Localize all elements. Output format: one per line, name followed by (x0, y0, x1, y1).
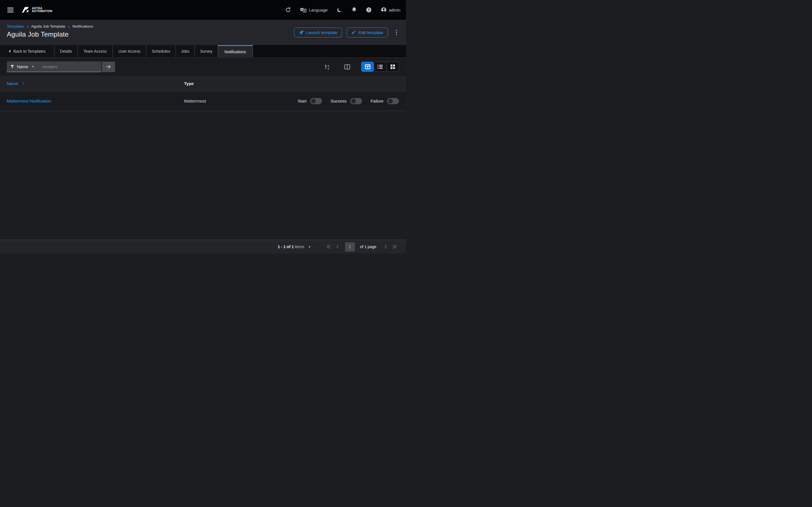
table-row: Mattermost Notification Mattermost Start… (0, 91, 406, 111)
filter-icon (10, 65, 14, 68)
tab-label: Jobs (181, 49, 190, 54)
per-page-dropdown-icon[interactable]: ▾ (309, 245, 310, 249)
success-toggle[interactable] (350, 98, 362, 104)
tab-jobs[interactable]: Jobs (176, 45, 195, 57)
filter-field-dropdown[interactable]: Name ▾ (7, 61, 38, 72)
brand-logo[interactable]: ASTRAAUTOMATION (22, 7, 52, 13)
sort-button[interactable]: A Z (322, 62, 332, 71)
previous-page-button[interactable] (335, 243, 340, 250)
brand-name: ASTRAAUTOMATION (32, 7, 52, 13)
chevron-right-icon: › (27, 24, 29, 28)
breadcrumb-templates[interactable]: Templates (7, 24, 24, 29)
table-header-row: Name ↑ Type (0, 76, 406, 91)
tab-details[interactable]: Details (54, 45, 78, 57)
edit-template-label: Edit template (358, 30, 383, 35)
svg-text:A: A (327, 64, 329, 67)
language-label: Language (309, 8, 327, 12)
tab-label: Team Access (84, 49, 107, 54)
grid-view-icon (390, 64, 395, 69)
view-toggle-group (361, 62, 399, 72)
filter-field-label: Name (17, 64, 28, 69)
toggle-label-start: Start (298, 99, 307, 103)
kebab-menu-icon[interactable] (394, 28, 399, 37)
tab-label: Notifications (224, 50, 246, 54)
svg-text:Z: Z (327, 67, 329, 70)
chevron-right-icon: › (68, 24, 70, 28)
column-header-type: Type (184, 81, 194, 86)
menu-toggle-icon[interactable] (7, 8, 13, 12)
tab-user-access[interactable]: User Access (113, 45, 146, 57)
refresh-button[interactable] (285, 7, 291, 13)
refresh-icon (285, 7, 291, 13)
last-page-button[interactable] (391, 243, 398, 250)
tab-notifications[interactable]: Notifications (218, 45, 253, 58)
tab-team-access[interactable]: Team Access (78, 45, 113, 57)
user-name: admin (389, 8, 400, 12)
caret-down-icon: ▾ (32, 65, 34, 68)
top-bar: ASTRAAUTOMATION A Language (0, 0, 406, 20)
next-page-button[interactable] (383, 243, 389, 250)
breadcrumb-notifications: Notifications (72, 24, 93, 29)
columns-icon (344, 64, 350, 69)
tab-bar: Back to Templates Details Team Access Us… (0, 45, 406, 58)
grid-view-button[interactable] (387, 62, 399, 72)
tab-label: User Access (118, 49, 140, 54)
user-menu[interactable]: admin (381, 7, 400, 13)
page-title: Aguila Job Template (7, 31, 93, 38)
moon-icon (337, 7, 342, 13)
svg-text:?: ? (368, 8, 370, 12)
rocket-icon (299, 30, 304, 35)
content-area (0, 111, 406, 240)
dark-mode-toggle[interactable] (337, 7, 342, 13)
tab-label: Schedules (152, 49, 170, 54)
column-header-name[interactable]: Name (7, 81, 18, 86)
table-view-button[interactable] (361, 62, 374, 72)
svg-text:A: A (301, 8, 303, 11)
list-view-button[interactable] (374, 62, 387, 72)
toggle-label-failure: Failure (370, 99, 384, 103)
first-page-button[interactable] (325, 243, 332, 250)
page-header: Templates › Aguila Job Template › Notifi… (0, 20, 406, 45)
sort-ascending-icon[interactable]: ↑ (22, 81, 24, 86)
notification-type: Mattermost (184, 99, 206, 104)
notifications-button[interactable] (352, 7, 357, 13)
astra-logo-icon (22, 7, 29, 13)
items-range: 1 - 1 of 1 items (278, 244, 304, 249)
breadcrumb-template-name: Aguila Job Template (31, 24, 65, 29)
apply-filter-button[interactable] (102, 62, 115, 72)
language-menu[interactable]: A Language (300, 7, 327, 13)
tab-survey[interactable]: Survey (195, 45, 218, 57)
toggle-label-success: Success (331, 99, 347, 103)
list-toolbar: Name ▾ A Z (0, 58, 406, 76)
filter-value-input[interactable] (38, 61, 101, 72)
list-view-icon (377, 64, 383, 69)
tab-back-to-templates[interactable]: Back to Templates (0, 45, 54, 57)
language-icon: A (300, 7, 306, 13)
tab-label: Survey (200, 49, 213, 54)
tab-label: Back to Templates (13, 49, 45, 54)
help-icon: ? (366, 7, 371, 13)
current-page-input[interactable] (345, 242, 355, 251)
caret-left-icon (8, 50, 11, 53)
bell-icon (352, 7, 357, 13)
tab-label: Details (60, 49, 72, 54)
pagination-bar: 1 - 1 of 1 items ▾ of 1 page (0, 240, 406, 253)
edit-template-button[interactable]: Edit template (347, 27, 388, 38)
manage-columns-button[interactable] (343, 62, 352, 71)
notification-name-link[interactable]: Mattermost Notification (7, 99, 52, 104)
table-view-icon (365, 64, 370, 69)
launch-template-button[interactable]: Launch template (294, 27, 342, 38)
pencil-icon (351, 30, 356, 35)
launch-template-label: Launch template (306, 30, 338, 35)
breadcrumb: Templates › Aguila Job Template › Notifi… (7, 24, 93, 29)
page-count-label: of 1 page (360, 244, 376, 249)
tab-schedules[interactable]: Schedules (146, 45, 176, 57)
start-toggle[interactable] (310, 98, 322, 104)
help-button[interactable]: ? (366, 7, 371, 13)
failure-toggle[interactable] (387, 98, 399, 104)
user-avatar-icon (381, 7, 387, 13)
sort-alpha-icon: A Z (324, 64, 330, 70)
